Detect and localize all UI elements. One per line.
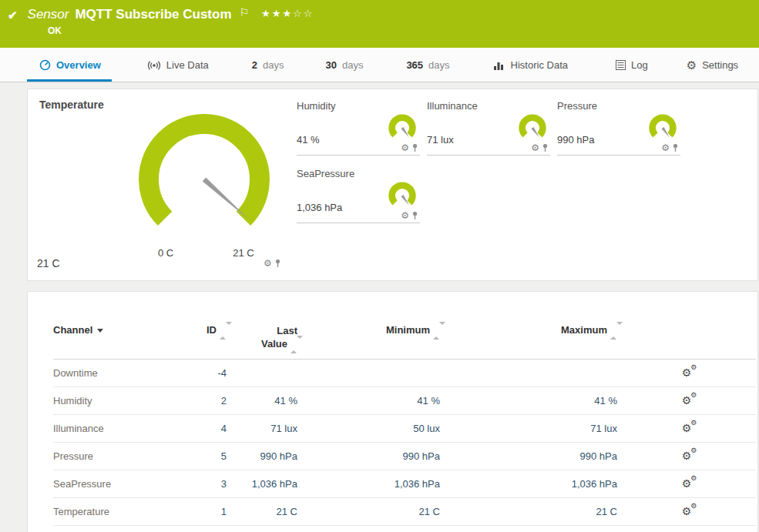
- tab-log[interactable]: Log: [616, 48, 648, 82]
- channel-id: 4: [176, 423, 227, 434]
- pin-icon[interactable]: [274, 259, 281, 268]
- channel-settings-icon[interactable]: ⚙⚙: [682, 478, 692, 489]
- main-gauge-title: Temperature: [39, 99, 104, 111]
- tab-historic-data[interactable]: Historic Data: [493, 48, 568, 82]
- table-row-seapressure: SeaPressure 3 1,036 hPa 1,036 hPa 1,036 …: [53, 470, 756, 498]
- stars-filled[interactable]: ★★★: [261, 8, 293, 19]
- gear-icon: ⚙: [687, 59, 697, 72]
- channel-settings-icon[interactable]: ⚙⚙: [682, 423, 692, 433]
- channel-name: Downtime: [53, 367, 176, 379]
- pin-icon[interactable]: [672, 143, 679, 152]
- gauge-value: 1,036 hPa: [297, 202, 342, 213]
- gear-icon-small: ⚙: [690, 503, 697, 510]
- channel-last-value: 71 lux: [227, 423, 297, 434]
- tab-number: 365: [406, 59, 423, 71]
- channel-minimum: 50 lux: [297, 423, 440, 434]
- table-header-row: Channel ID Last Value Minimum Maximum: [53, 324, 756, 360]
- tab-number: 30: [325, 59, 336, 71]
- channel-settings-icon[interactable]: ⚙⚙: [682, 450, 692, 461]
- column-header-maximum[interactable]: Maximum: [440, 324, 617, 336]
- gauge-value: 990 hPa: [557, 134, 594, 146]
- table-row-temperature: Temperature 1 21 C 21 C 21 C ⚙⚙: [53, 498, 756, 526]
- gauge-settings-icon[interactable]: ⚙: [401, 211, 409, 220]
- channel-settings-icon[interactable]: ⚙⚙: [682, 367, 692, 378]
- tab-2-days[interactable]: 2 days: [252, 48, 284, 82]
- tab-label: Live Data: [166, 59, 209, 71]
- channel-id: 5: [176, 450, 227, 462]
- tab-label: Overview: [56, 59, 101, 71]
- small-gauge-illuminance: Illuminance 71 lux ⚙: [427, 97, 550, 156]
- channel-settings-icon[interactable]: ⚙⚙: [682, 506, 692, 517]
- chevron-down-icon: [97, 329, 103, 333]
- broadcast-icon: [147, 60, 161, 71]
- column-header-last-value[interactable]: Last Value: [227, 324, 297, 351]
- gauge-value: 41 %: [297, 134, 320, 146]
- gear-icon-small: ⚙: [690, 392, 697, 399]
- column-label: Maximum: [561, 324, 607, 336]
- tab-30-days[interactable]: 30 days: [325, 48, 363, 82]
- column-label: Channel: [53, 324, 92, 336]
- tab-label: days: [428, 59, 449, 71]
- channel-name: Humidity: [53, 395, 176, 407]
- gauge-settings-icon[interactable]: ⚙: [264, 259, 272, 268]
- channel-minimum: 990 hPa: [297, 450, 440, 462]
- tab-number: 2: [252, 59, 257, 71]
- channel-minimum: 41 %: [297, 395, 440, 407]
- priority-stars[interactable]: ★★★☆☆: [261, 8, 314, 19]
- bar-chart-icon: [493, 60, 505, 70]
- channel-id: 3: [176, 478, 227, 490]
- gauge-scale-max: 21 C: [227, 247, 260, 259]
- table-row-pressure: Pressure 5 990 hPa 990 hPa 990 hPa ⚙⚙: [53, 443, 756, 470]
- channel-maximum: 990 hPa: [440, 450, 617, 462]
- column-label: Minimum: [386, 324, 430, 336]
- sort-icon: [220, 325, 227, 336]
- gear-icon-small: ⚙: [690, 447, 697, 454]
- column-header-id[interactable]: ID: [176, 324, 227, 336]
- channel-last-value: 1,036 hPa: [227, 478, 297, 490]
- column-label: ID: [207, 324, 217, 336]
- gear-icon-small: ⚙: [690, 475, 697, 482]
- gauge-value: 71 lux: [427, 134, 454, 146]
- log-list-icon: [616, 60, 626, 70]
- channel-name: Illuminance: [53, 423, 176, 434]
- small-gauges-grid: Humidity 41 % ⚙ Illuminance: [297, 97, 694, 223]
- gauge-tab-icon: [39, 59, 51, 71]
- gauge-title: Pressure: [557, 100, 680, 112]
- channel-maximum: 21 C: [440, 506, 617, 517]
- channel-id: 1: [176, 506, 227, 517]
- tab-bar: Overview Live Data 2 days 30 days 365 da…: [0, 48, 759, 82]
- channel-id: 2: [176, 395, 227, 407]
- gauge-title: SeaPressure: [297, 168, 420, 180]
- tab-overview[interactable]: Overview: [27, 48, 112, 82]
- column-header-channel[interactable]: Channel: [53, 324, 176, 336]
- status-check-icon: ✔: [8, 8, 18, 22]
- channel-settings-icon[interactable]: ⚙⚙: [682, 395, 692, 406]
- tab-label: Log: [631, 59, 648, 71]
- column-header-minimum[interactable]: Minimum: [297, 324, 440, 336]
- gauge-settings-icon[interactable]: ⚙: [661, 143, 670, 152]
- table-row-illuminance: Illuminance 4 71 lux 50 lux 71 lux ⚙⚙: [53, 415, 756, 443]
- sensor-header: ✔ Sensor MQTT Subscribe Custom ⚐ ★★★☆☆ O…: [0, 0, 759, 48]
- small-gauge-humidity: Humidity 41 % ⚙: [297, 97, 420, 156]
- pin-icon[interactable]: [542, 143, 549, 152]
- pin-icon[interactable]: [411, 143, 418, 152]
- gauge-title: Illuminance: [427, 100, 550, 112]
- gauge-settings-icon[interactable]: ⚙: [401, 143, 409, 152]
- channel-minimum: 1,036 hPa: [297, 478, 440, 490]
- flag-icon[interactable]: ⚐: [240, 6, 250, 18]
- tab-live-data[interactable]: Live Data: [147, 48, 209, 82]
- gauges-panel: Temperature 0 C 21 C 21 C ⚙ Humidity 41 …: [27, 89, 758, 281]
- small-gauge-seapressure: SeaPressure 1,036 hPa ⚙: [297, 165, 420, 223]
- channel-name: Pressure: [53, 450, 176, 462]
- pin-icon[interactable]: [411, 211, 418, 220]
- table-row-downtime: Downtime -4 ⚙⚙: [53, 360, 756, 387]
- tab-settings[interactable]: ⚙ Settings: [687, 48, 738, 82]
- table-row-humidity: Humidity 2 41 % 41 % 41 % ⚙⚙: [53, 387, 756, 415]
- gear-icon-small: ⚙: [690, 420, 697, 427]
- tab-365-days[interactable]: 365 days: [406, 48, 449, 82]
- status-badge: OK: [48, 25, 759, 36]
- tab-label: Historic Data: [511, 59, 568, 71]
- stars-empty[interactable]: ☆☆: [293, 8, 314, 19]
- gauge-settings-icon[interactable]: ⚙: [531, 143, 539, 152]
- channel-name: SeaPressure: [53, 478, 176, 490]
